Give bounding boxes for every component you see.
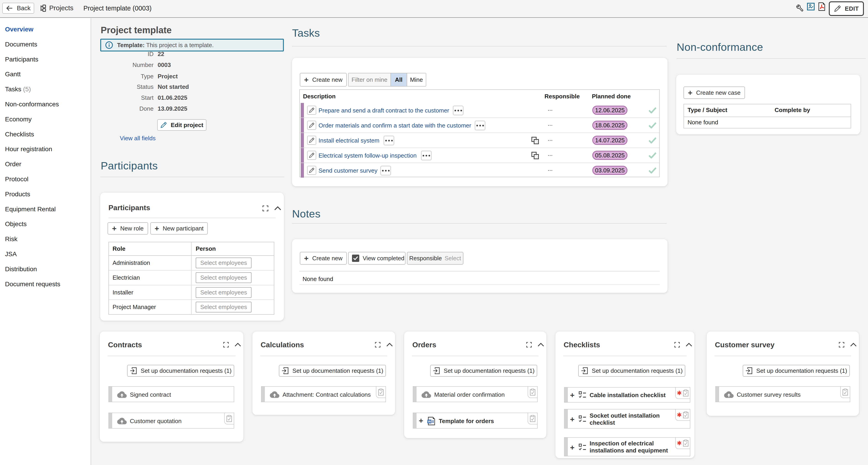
svg-text:W: W (428, 420, 431, 423)
